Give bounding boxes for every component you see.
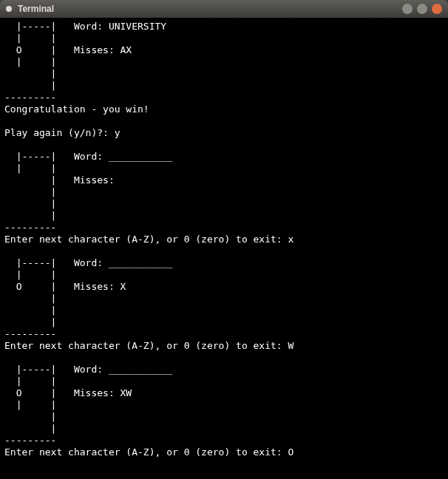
gallows-line: | | — [4, 269, 56, 280]
terminal-window: Terminal |-----| Word: UNIVERSITY | | O … — [0, 0, 448, 479]
gallows-line: --------- — [4, 435, 56, 446]
gallows-line: | — [4, 68, 56, 79]
terminal-output[interactable]: |-----| Word: UNIVERSITY | | O | Misses:… — [0, 18, 448, 479]
gallows-line: | — [4, 423, 56, 434]
guess-prompt: Enter next character (A-Z), or 0 (zero) … — [4, 340, 288, 351]
minimize-icon[interactable] — [402, 4, 413, 14]
gallows-line: | | — [4, 33, 56, 44]
gallows-line: --------- — [4, 222, 56, 233]
gallows-line: | — [4, 316, 56, 327]
window-controls — [402, 4, 442, 14]
close-icon[interactable] — [432, 4, 442, 14]
gallows-line: |-----| Word: ___________ — [4, 364, 172, 375]
play-again-input: y — [115, 127, 121, 138]
gallows-line: | | — [4, 56, 56, 67]
titlebar[interactable]: Terminal — [0, 0, 448, 18]
gallows-line: | — [4, 305, 56, 316]
gallows-line: | — [4, 293, 56, 304]
play-again-prompt: Play again (y/n)?: — [4, 127, 115, 138]
gallows-line: | — [4, 210, 56, 221]
guess-input: x — [288, 234, 294, 245]
gallows-line: |-----| Word: ___________ — [4, 257, 172, 268]
maximize-icon[interactable] — [417, 4, 427, 14]
gallows-line: | | — [4, 376, 56, 387]
guess-input: O — [288, 446, 294, 458]
gallows-line: |-----| Word: ___________ — [4, 151, 172, 162]
guess-input: W — [288, 340, 294, 351]
gallows-line: | — [4, 80, 56, 91]
gallows-line: --------- — [4, 328, 56, 339]
app-indicator-dot — [6, 6, 12, 12]
win-message: Congratulation - you win! — [4, 103, 149, 115]
guess-prompt: Enter next character (A-Z), or 0 (zero) … — [4, 446, 288, 458]
gallows-line: |-----| Word: UNIVERSITY — [4, 21, 166, 32]
gallows-line: | | — [4, 399, 56, 410]
gallows-line: O | Misses: AX — [4, 44, 132, 55]
gallows-line: | | — [4, 163, 56, 174]
gallows-line: | Misses: — [4, 174, 115, 186]
guess-prompt: Enter next character (A-Z), or 0 (zero) … — [4, 234, 288, 245]
gallows-line: | — [4, 198, 56, 209]
window-title: Terminal — [18, 4, 402, 14]
gallows-line: O | Misses: XW — [4, 387, 132, 398]
gallows-line: --------- — [4, 92, 56, 103]
gallows-line: | — [4, 411, 56, 422]
gallows-line: | — [4, 186, 56, 197]
gallows-line: O | Misses: X — [4, 281, 126, 292]
